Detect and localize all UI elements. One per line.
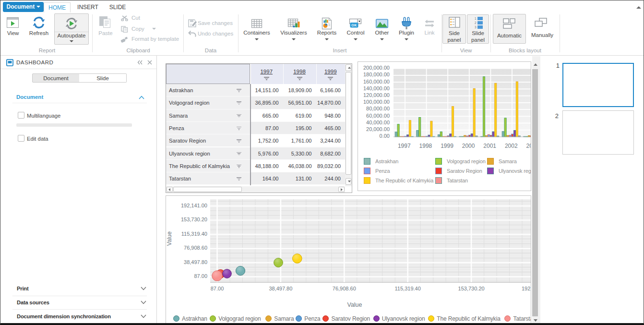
svg-text:2: 2 [475, 21, 477, 24]
svg-text:3: 3 [475, 25, 477, 29]
svg-text:1: 1 [475, 17, 477, 20]
svg-text:OK: OK [351, 24, 357, 27]
